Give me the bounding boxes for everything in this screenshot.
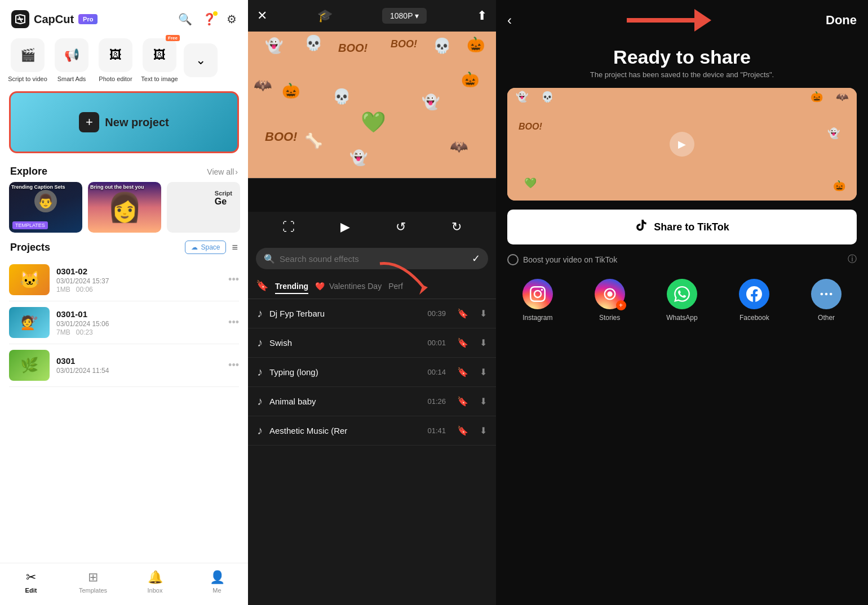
new-project-button[interactable]: + New project: [9, 91, 239, 153]
sound-name-1: Swish: [269, 338, 420, 348]
project-thumbnail-hair: 💇: [9, 307, 50, 338]
templates-nav-icon: ⊞: [88, 570, 98, 585]
timeline-area: [248, 178, 496, 212]
preview-ghost2: 👻: [827, 127, 840, 140]
project-thumb-1: 💇: [9, 307, 50, 338]
other-label: Other: [818, 314, 835, 322]
sound-duration-1: 00:01: [427, 339, 446, 347]
boost-radio[interactable]: [507, 254, 519, 265]
download-icon-2[interactable]: ⬇: [480, 367, 487, 377]
project-meta-0: 1MB 00:06: [56, 286, 222, 293]
heart-icon: ❤️: [315, 282, 325, 291]
project-item-2[interactable]: 🌿 0301 03/01/2024 11:54 •••: [9, 344, 239, 387]
platform-facebook[interactable]: Facebook: [739, 279, 769, 322]
share-editor-icon[interactable]: ⬆: [477, 8, 487, 23]
resolution-button[interactable]: 1080P ▾: [382, 8, 427, 24]
templates-nav-label: Templates: [79, 587, 107, 594]
facebook-label: Facebook: [739, 314, 769, 322]
fullscreen-icon[interactable]: ⛶: [282, 220, 295, 234]
undo-icon[interactable]: ↺: [396, 220, 406, 234]
sort-icon[interactable]: ≡: [232, 242, 238, 253]
explore-card-bring-out[interactable]: 👩 Bring out the best you: [88, 182, 161, 233]
play-icon[interactable]: ▶: [340, 220, 350, 234]
sound-item-1[interactable]: ♪ Swish 00:01 🔖 ⬇: [248, 328, 496, 358]
sound-name-2: Typing (long): [269, 367, 420, 377]
download-icon-0[interactable]: ⬇: [480, 308, 487, 319]
project-item-0[interactable]: 🐱 0301-02 03/01/2024 15:37 1MB 00:06 •••: [9, 259, 239, 301]
expand-button[interactable]: ⌄: [184, 43, 218, 77]
download-icon-3[interactable]: ⬇: [480, 396, 487, 407]
capcut-logo-icon: [11, 10, 29, 28]
platform-other[interactable]: Other: [811, 279, 842, 322]
sound-item-4[interactable]: ♪ Aesthetic Music (Rer 01:41 🔖 ⬇: [248, 416, 496, 446]
boost-info-icon[interactable]: ⓘ: [848, 253, 857, 265]
editor-export-icon[interactable]: 🎓: [317, 8, 333, 23]
done-button[interactable]: Done: [826, 13, 857, 28]
share-tiktok-label: Share to TikTok: [654, 221, 729, 233]
sound-item-2[interactable]: ♪ Typing (long) 00:14 🔖 ⬇: [248, 358, 496, 387]
text-to-image-action[interactable]: 🖼 Free Text to image: [140, 38, 179, 82]
sound-list: ♪ Dj Fyp Terbaru 00:39 🔖 ⬇ ♪ Swish 00:01…: [248, 299, 496, 605]
boost-row: Boost your video on TikTok ⓘ: [496, 249, 868, 270]
project-info-2: 0301 03/01/2024 11:54: [56, 356, 222, 375]
platform-stories[interactable]: + Stories: [595, 279, 625, 322]
sound-item-0[interactable]: ♪ Dj Fyp Terbaru 00:39 🔖 ⬇: [248, 299, 496, 328]
preview-play-button[interactable]: ▶: [670, 132, 694, 157]
pumpkin-emoji-2: 🎃: [282, 82, 300, 100]
bookmark-icon-1[interactable]: 🔖: [457, 337, 468, 348]
music-note-icon-0: ♪: [257, 307, 263, 320]
bookmark-icon-2[interactable]: 🔖: [457, 367, 468, 377]
sound-duration-0: 00:39: [427, 309, 446, 318]
preview-thumbnail[interactable]: 👻 💀 🎃 🦇 BOO! 👻 💚 🎃 ▶: [507, 88, 857, 201]
search-confirm-icon[interactable]: ✓: [472, 252, 480, 265]
bookmark-icon-0[interactable]: 🔖: [457, 308, 468, 319]
view-all-label: View all: [207, 167, 234, 176]
project-item-1[interactable]: 💇 0301-01 03/01/2024 15:06 7MB 00:23 •••: [9, 301, 239, 344]
skull-emoji-1: 💀: [304, 34, 322, 52]
smart-ads-action[interactable]: 📢 Smart Ads: [52, 38, 91, 82]
project-more-icon-1[interactable]: •••: [228, 317, 239, 328]
nav-item-templates[interactable]: ⊞ Templates: [62, 570, 124, 594]
bottom-nav: ✂ Edit ⊞ Templates 🔔 Inbox 👤 Me: [0, 563, 248, 605]
bookmark-tab-icon: 🔖: [256, 279, 268, 294]
script-to-video-action[interactable]: 🎬 Script to video: [8, 38, 47, 82]
redo-icon[interactable]: ↻: [451, 220, 462, 234]
download-icon-4[interactable]: ⬇: [480, 425, 487, 436]
photo-editor-icon: 🖼: [109, 48, 122, 63]
settings-icon[interactable]: ⚙: [227, 12, 237, 26]
tab-trending[interactable]: Trending: [275, 279, 308, 294]
svg-point-3: [607, 291, 612, 296]
space-button[interactable]: ☁ Space: [185, 241, 226, 254]
script-card-label: ScriptGe: [211, 186, 236, 210]
explore-card-script[interactable]: ScriptGe: [167, 182, 240, 233]
share-platforms: Instagram + Stories WhatsApp: [496, 270, 868, 331]
sound-item-3[interactable]: ♪ Animal baby 01:26 🔖 ⬇: [248, 387, 496, 416]
app-name: CapCut: [34, 13, 74, 26]
project-date-2: 03/01/2024 11:54: [56, 367, 222, 375]
left-panel: CapCut Pro 🔍 ❓ ⚙ 🎬 Script to video 📢 Sma…: [0, 0, 248, 605]
chevron-right-icon: ›: [235, 167, 238, 176]
nav-item-edit[interactable]: ✂ Edit: [0, 570, 62, 594]
preview-bat: 🦇: [836, 91, 848, 103]
svg-point-4: [821, 293, 823, 296]
platform-whatsapp[interactable]: WhatsApp: [666, 279, 697, 322]
search-icon[interactable]: 🔍: [178, 12, 192, 26]
preview-ghost: 👻: [516, 91, 528, 103]
editor-close-button[interactable]: ✕: [257, 8, 267, 23]
share-tiktok-button[interactable]: Share to TikTok: [507, 210, 857, 244]
project-name-1: 0301-01: [56, 309, 222, 319]
view-all-button[interactable]: View all ›: [207, 167, 238, 176]
halloween-canvas: 👻 💀 💀 🎃 BOO! BOO! 🦇 🎃 🎃 💀 👻 BOO! 🦴 🦇 👻 💚: [248, 32, 496, 178]
bookmark-icon-3[interactable]: 🔖: [457, 396, 468, 407]
photo-editor-action[interactable]: 🖼 Photo editor: [96, 38, 135, 82]
help-icon[interactable]: ❓: [202, 12, 216, 26]
platform-instagram[interactable]: Instagram: [522, 279, 553, 322]
download-icon-1[interactable]: ⬇: [480, 337, 487, 348]
nav-item-me[interactable]: 👤 Me: [186, 570, 248, 594]
explore-card-trending[interactable]: 👨 TEMPLATES Trending Caption Sets: [9, 182, 82, 233]
share-back-button[interactable]: ‹: [507, 12, 512, 28]
project-more-icon-2[interactable]: •••: [228, 359, 239, 371]
project-more-icon-0[interactable]: •••: [228, 274, 239, 286]
bookmark-icon-4[interactable]: 🔖: [457, 425, 468, 436]
nav-item-inbox[interactable]: 🔔 Inbox: [124, 570, 186, 594]
